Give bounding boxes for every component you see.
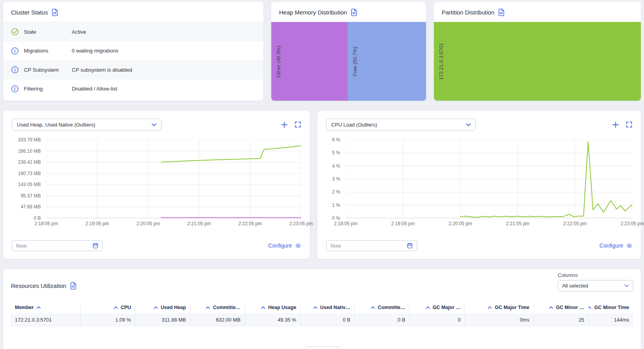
calendar-icon xyxy=(93,242,98,249)
heap-memory-distribution-card: Heap Memory Distribution Other (49.3%)Fr… xyxy=(271,2,426,101)
column-header-label: Member xyxy=(15,305,34,310)
y-axis: 6 %5 %4 %3 %2 %1 %0 % xyxy=(326,140,343,218)
column-header-gc-major-[interactable]: GC Major … xyxy=(409,302,464,313)
series-line-cpu-load xyxy=(460,142,632,217)
fullscreen-icon[interactable] xyxy=(295,121,301,128)
document-icon[interactable] xyxy=(498,9,504,16)
y-axis-tick-label: 333.79 MB xyxy=(18,137,41,143)
status-label: Filtering xyxy=(24,86,72,92)
x-axis-tick-label: 2:18:05 pm xyxy=(34,221,58,226)
x-axis-tick-label: 2:23:05 pm xyxy=(289,221,313,226)
column-header-label: GC Minor … xyxy=(556,305,584,310)
sort-asc-icon xyxy=(549,306,553,309)
status-label: Migrations xyxy=(24,48,72,54)
fullscreen-icon[interactable] xyxy=(626,121,632,128)
x-axis-tick-label: 2:21:05 pm xyxy=(506,221,530,226)
distribution-segment[interactable]: Other (49.3%) xyxy=(271,22,348,101)
pagination-control[interactable] xyxy=(305,347,340,349)
y-axis-tick-label: 5 % xyxy=(332,150,340,156)
distribution-segment[interactable]: Free (50.7%) xyxy=(348,22,426,101)
heap-distribution-bars: Other (49.3%)Free (50.7%) xyxy=(271,22,426,101)
dashboard-page: Cluster Status State Active Migrations 0… xyxy=(0,0,644,349)
column-header-label: GC Major Time xyxy=(495,305,529,310)
table-cell: 0ms xyxy=(464,313,533,326)
sort-asc-icon xyxy=(313,306,317,309)
y-axis-tick-label: 4 % xyxy=(332,163,340,169)
y-axis-tick-label: 47.68 MB xyxy=(21,204,41,210)
distribution-segment-label: Free (50.7%) xyxy=(352,47,358,76)
partition-distribution-title: Partition Distribution xyxy=(442,9,494,16)
add-chart-icon[interactable] xyxy=(612,121,619,128)
configure-label: Configure xyxy=(599,242,623,249)
column-header-gc-major-time[interactable]: GC Major Time xyxy=(464,302,533,313)
sort-asc-icon xyxy=(261,306,265,309)
column-header-gc-minor-time[interactable]: GC Minor Time xyxy=(588,302,633,313)
table-row[interactable]: 172.21.0.3:57011.09 %311.88 MB632.00 MB4… xyxy=(11,313,633,326)
x-axis: 2:18:05 pm2:19:05 pm2:20:05 pm2:21:05 pm… xyxy=(46,218,301,228)
series-line-used-heap xyxy=(161,146,301,162)
document-icon[interactable] xyxy=(351,9,357,16)
table-cell: 0 B xyxy=(300,313,354,326)
gear-icon xyxy=(295,243,301,249)
distribution-segment[interactable]: 172.21.0.3:5701 xyxy=(434,22,641,101)
configure-link[interactable]: Configure xyxy=(599,242,632,249)
column-header-label: Used Heap xyxy=(161,305,186,310)
members-table: MemberCPUUsed HeapCommitte…Heap UsageUse… xyxy=(11,302,633,326)
time-travel-input[interactable]: Now xyxy=(12,240,103,251)
cluster-status-card: Cluster Status State Active Migrations 0… xyxy=(3,2,263,101)
column-header-label: CPU xyxy=(121,305,131,310)
metric-select[interactable]: CPU Load (Outliers) xyxy=(326,119,476,130)
chevron-down-icon xyxy=(466,123,471,126)
document-icon[interactable] xyxy=(52,9,58,16)
y-axis-tick-label: 238.42 MB xyxy=(18,159,41,165)
cluster-status-title: Cluster Status xyxy=(11,9,48,16)
column-header-cpu[interactable]: CPU xyxy=(80,302,135,313)
column-header-member[interactable]: Member xyxy=(11,302,80,313)
sort-asc-icon xyxy=(36,306,41,309)
partition-distribution-card: Partition Distribution 172.21.0.3:5701 xyxy=(434,2,641,101)
metric-select[interactable]: Used Heap, Used Native (Outliers) xyxy=(12,119,161,130)
cluster-status-row-migrations: Migrations 0 waiting migrations xyxy=(3,42,263,61)
y-axis-tick-label: 1 % xyxy=(332,203,340,208)
y-axis-tick-label: 6 % xyxy=(332,137,340,143)
cpu-line-chart xyxy=(346,140,632,218)
y-axis-tick-label: 286.10 MB xyxy=(18,148,41,154)
configure-link[interactable]: Configure xyxy=(268,242,301,249)
heap-distribution-title: Heap Memory Distribution xyxy=(279,9,347,16)
table-cell: 0 B xyxy=(354,313,409,326)
time-travel-input[interactable]: Now xyxy=(326,240,417,251)
sort-asc-icon xyxy=(488,306,492,309)
cluster-status-row-cp-subsystem: CP Subsystem CP subsystem is disabled xyxy=(3,60,263,80)
x-axis-tick-label: 2:22:05 pm xyxy=(563,221,587,226)
metric-select-value: Used Heap, Used Native (Outliers) xyxy=(17,122,95,128)
column-header-heap-usage[interactable]: Heap Usage xyxy=(245,302,300,313)
check-circle-icon xyxy=(11,28,19,36)
metric-select-value: CPU Load (Outliers) xyxy=(331,122,377,128)
column-header-committe-[interactable]: Committe… xyxy=(354,302,409,313)
info-circle-icon xyxy=(11,66,19,74)
columns-picker: Columns All selected xyxy=(558,272,633,291)
x-axis-tick-label: 2:19:05 pm xyxy=(391,221,415,226)
y-axis: 333.79 MB286.10 MB238.42 MB190.73 MB143.… xyxy=(12,140,44,218)
x-axis: 2:18:05 pm2:19:05 pm2:20:05 pm2:21:05 pm… xyxy=(346,218,632,228)
table-cell: 1.09 % xyxy=(80,313,135,326)
table-cell: 0 xyxy=(409,313,464,326)
columns-select[interactable]: All selected xyxy=(558,280,633,291)
y-axis-tick-label: 95.37 MB xyxy=(21,193,41,199)
time-travel-value: Now xyxy=(330,243,341,249)
sort-asc-icon xyxy=(371,306,375,309)
document-icon[interactable] xyxy=(70,282,76,289)
column-header-label: Committe… xyxy=(378,305,405,310)
gear-icon xyxy=(626,243,632,249)
info-circle-icon xyxy=(11,85,19,93)
status-label: CP Subsystem xyxy=(24,67,72,73)
add-chart-icon[interactable] xyxy=(281,121,288,128)
distribution-segment-label: Other (49.3%) xyxy=(276,45,281,78)
column-header-gc-minor-[interactable]: GC Minor … xyxy=(533,302,588,313)
column-header-used-nativ-[interactable]: Used Nativ… xyxy=(300,302,354,313)
sort-asc-icon xyxy=(154,306,158,309)
column-header-used-heap[interactable]: Used Heap xyxy=(135,302,190,313)
cpu-metrics-chart-card: CPU Load (Outliers) 6 %5 %4 %3 %2 %1 %0 … xyxy=(317,111,641,259)
column-header-committe-[interactable]: Committe… xyxy=(190,302,245,313)
x-axis-tick-label: 2:20:05 pm xyxy=(136,221,160,226)
